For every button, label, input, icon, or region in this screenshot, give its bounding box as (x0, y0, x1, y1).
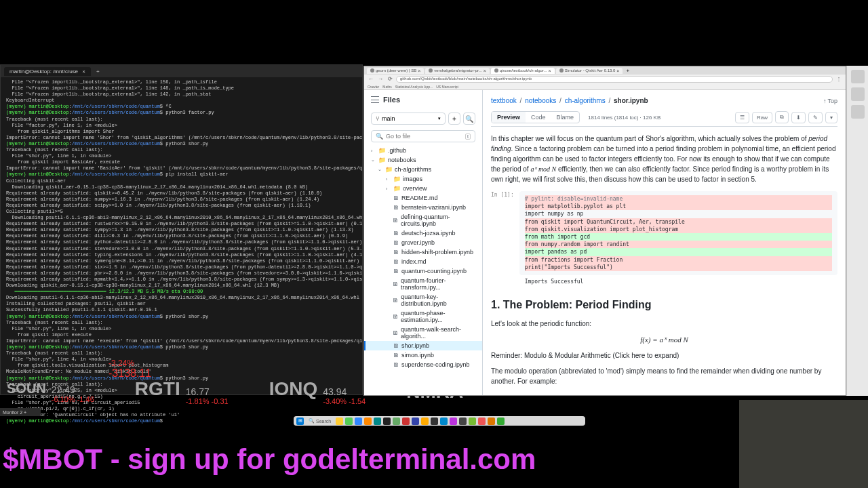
taskbar-app[interactable] (345, 418, 353, 425)
taskbar-app[interactable] (364, 418, 372, 425)
bookmark-item[interactable]: Crawler (368, 85, 379, 89)
browser-tab[interactable]: Simulator - Qiskit Aer 0.13.0× (556, 68, 623, 74)
monitor-label[interactable]: Monitor 2 + (0, 408, 41, 416)
tab-code[interactable]: Code (526, 112, 551, 123)
bookmark-item[interactable]: US Manuscript (436, 85, 458, 89)
tree-item[interactable]: ⌄📁 ch-algorithms (364, 165, 482, 174)
tab-preview[interactable]: Preview (492, 112, 526, 123)
bookmark-item[interactable]: Statistical Analysis App... (395, 85, 433, 89)
tree-item[interactable]: 🗎 bernstein-vazirani.ipynb (364, 203, 482, 212)
branch-name: main (382, 115, 395, 122)
url-input[interactable]: github.com/Qiskit/textbook/blob/main/not… (396, 76, 833, 83)
taskbar-app[interactable] (374, 418, 381, 425)
tree-item[interactable]: ›📁 overview (364, 184, 482, 193)
extensions-icon[interactable]: ⋮ (835, 76, 842, 83)
add-file-button[interactable]: + (448, 113, 460, 125)
tree-item[interactable]: 🗎 index.md (364, 257, 482, 266)
tree-item[interactable]: 🗎 superdense-coding.ipynb (364, 360, 482, 369)
file-filter[interactable]: 🔍 t (371, 130, 475, 142)
back-button[interactable]: ← (368, 76, 374, 83)
taskbar-app[interactable] (393, 418, 400, 425)
forward-button[interactable]: → (377, 76, 384, 83)
view-toggle: Preview Code Blame (491, 111, 580, 123)
outline-button[interactable]: ☰ (735, 112, 749, 123)
taskbar-app[interactable] (469, 418, 476, 425)
tree-item[interactable]: 🗎 shor.ipynb (364, 341, 482, 350)
start-button[interactable]: ⊞ (296, 418, 304, 425)
tree-item[interactable]: ›📁 .github (364, 146, 482, 155)
browser-content: Files ⑂ main ▾ + 🔍 🔍 t ›📁 .github⌄📁 note… (364, 90, 846, 395)
bookmark-item[interactable]: Maths (382, 85, 392, 89)
new-tab-button[interactable]: + (93, 68, 103, 75)
file-toolbar: Preview Code Blame 1814 lines (1814 loc)… (491, 108, 837, 127)
browser-tab[interactable]: qisuse/textbook/ch-algor...× (491, 68, 555, 74)
browser-toolbar: ← → ⟳ github.com/Qiskit/textbook/blob/ma… (364, 75, 846, 83)
reload-button[interactable]: ⟳ (387, 76, 393, 83)
tree-item[interactable]: 🗎 quantum-walk-search-algorith... (364, 325, 482, 341)
sidebar-icon[interactable] (851, 70, 865, 83)
sidebar-icon[interactable] (851, 87, 865, 101)
taskbar-app[interactable] (402, 418, 410, 425)
hamburger-icon[interactable] (371, 96, 379, 103)
tree-item[interactable]: 🗎 hidden-shift-problem.ipynb (364, 247, 482, 257)
cell-prompt: In [1]: (491, 191, 514, 289)
para-reminder[interactable]: Reminder: Modulo & Modular Arithmetic (C… (491, 350, 837, 361)
search-button[interactable]: 🔍 (463, 113, 475, 125)
top-link[interactable]: ↑ Top (823, 98, 837, 104)
file-meta: 1814 lines (1814 loc) · 126 KB (588, 115, 660, 121)
right-sidebar (846, 66, 868, 396)
marquee-text: $MBOT - sign up for godelterminal.com (3, 443, 536, 476)
browser-tab[interactable]: vershalgebra/migrator-pr...× (425, 68, 489, 74)
search-icon: 🔍 (376, 133, 383, 140)
github-main[interactable]: textbook / notebooks / ch-algorithms / s… (483, 90, 846, 395)
breadcrumb-link[interactable]: textbook (491, 97, 517, 104)
tree-item[interactable]: 🗎 defining-quantum-circuits.ipynb (364, 212, 482, 228)
taskbar-app[interactable] (421, 418, 429, 425)
taskbar-app[interactable] (488, 418, 495, 425)
tree-item[interactable]: 🗎 quantum-counting.ipynb (364, 266, 482, 276)
tree-item[interactable]: 🗎 quantum-phase-estimation.ipy... (364, 308, 482, 325)
taskbar-app[interactable] (336, 418, 343, 425)
tree-item[interactable]: 🗎 simon.ipynb (364, 350, 482, 360)
terminal-titlebar[interactable]: martin@Desktop: /mnt/c/use × + (1, 65, 362, 77)
taskbar-app[interactable] (497, 418, 505, 425)
taskbar-app[interactable] (459, 418, 467, 425)
taskbar-app[interactable] (355, 418, 362, 425)
close-icon[interactable]: × (549, 68, 551, 73)
taskbar-search[interactable]: 🔍 Search (306, 418, 334, 424)
tree-item[interactable]: 🗎 grover.ipynb (364, 238, 482, 247)
taskbar-app[interactable] (478, 418, 486, 425)
terminal-tab[interactable]: martin@Desktop: /mnt/c/use × (4, 67, 91, 76)
more-button[interactable]: ▾ (825, 112, 837, 123)
close-icon[interactable]: × (82, 68, 85, 75)
raw-button[interactable]: Raw (752, 112, 772, 123)
breadcrumb-link[interactable]: notebooks (525, 97, 556, 104)
branch-selector[interactable]: ⑂ main ▾ (371, 113, 446, 125)
tree-item[interactable]: 🗎 README.md (364, 193, 482, 203)
close-icon[interactable]: × (484, 68, 486, 73)
close-icon[interactable]: × (418, 68, 420, 73)
taskbar-app[interactable] (431, 418, 438, 425)
bookmarks-bar: CrawlerMathsStatistical Analysis App...U… (364, 83, 846, 90)
terminal-body[interactable]: File "<frozen importlib._bootstrap_exter… (1, 77, 362, 426)
tree-item[interactable]: ›📁 images (364, 174, 482, 184)
sidebar-icon[interactable] (851, 105, 865, 119)
tree-item[interactable]: 🗎 quantum-fourier-transform.ipy... (364, 276, 482, 292)
edit-button[interactable]: ✎ (808, 112, 823, 123)
browser-tab[interactable]: geom (deer were) | SB× (367, 68, 424, 74)
cell-output: Imports Successful (519, 275, 837, 289)
close-icon[interactable]: × (616, 68, 619, 73)
download-button[interactable]: ⬇ (791, 112, 806, 123)
copy-button[interactable]: ⧉ (775, 111, 789, 123)
breadcrumb-link[interactable]: ch-algorithms (565, 97, 606, 104)
taskbar-app[interactable] (440, 418, 448, 425)
taskbar-app[interactable] (450, 418, 457, 425)
new-tab-button[interactable]: + (626, 68, 629, 74)
taskbar-app[interactable] (412, 418, 419, 425)
tree-item[interactable]: ⌄📁 notebooks (364, 155, 482, 165)
tree-item[interactable]: 🗎 deutsch-jozsa.ipynb (364, 228, 482, 238)
tree-item[interactable]: 🗎 quantum-key-distribution.ipynb (364, 292, 482, 308)
tab-blame[interactable]: Blame (551, 112, 580, 123)
filter-input[interactable] (386, 133, 462, 140)
taskbar-app[interactable] (383, 418, 391, 425)
